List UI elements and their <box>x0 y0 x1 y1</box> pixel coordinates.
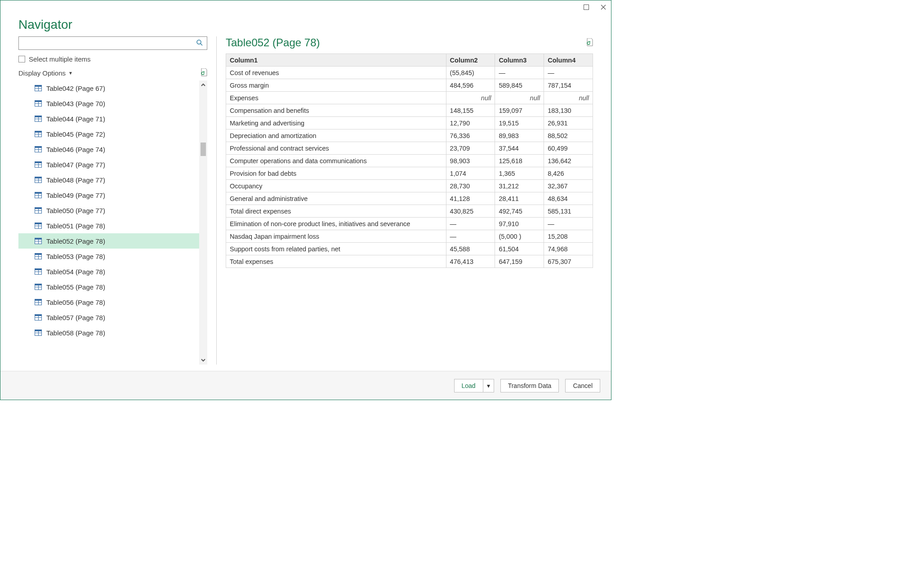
table-row[interactable]: General and administrative41,12828,41148… <box>226 192 593 205</box>
table-cell[interactable]: — <box>446 218 495 230</box>
scroll-down-button[interactable] <box>199 356 207 365</box>
tree-item[interactable]: Table042 (Page 67) <box>18 80 199 96</box>
table-cell[interactable]: — <box>544 67 593 79</box>
tree-item[interactable]: Table046 (Page 74) <box>18 142 199 157</box>
load-dropdown-button[interactable]: ▾ <box>483 379 494 392</box>
table-row[interactable]: Total expenses476,413647,159675,307 <box>226 255 593 268</box>
tree-item[interactable]: Table058 (Page 78) <box>18 325 199 340</box>
table-cell[interactable]: 1,365 <box>495 167 544 180</box>
table-cell[interactable]: 60,499 <box>544 142 593 155</box>
table-cell[interactable]: 492,745 <box>495 205 544 218</box>
table-cell[interactable]: 484,596 <box>446 79 495 92</box>
scroll-thumb[interactable] <box>201 143 206 156</box>
table-cell[interactable]: 148,155 <box>446 104 495 117</box>
tree-item[interactable]: Table050 (Page 77) <box>18 203 199 218</box>
column-header[interactable]: Column3 <box>495 54 544 67</box>
scroll-track[interactable] <box>199 89 207 356</box>
table-cell[interactable]: Cost of revenues <box>226 67 446 79</box>
table-cell[interactable]: 19,515 <box>495 117 544 129</box>
table-cell[interactable]: Depreciation and amortization <box>226 129 446 142</box>
table-cell[interactable]: Provision for bad debts <box>226 167 446 180</box>
table-row[interactable]: Expensesnullnullnull <box>226 92 593 104</box>
table-cell[interactable]: null <box>495 92 544 104</box>
table-row[interactable]: Compensation and benefits148,155159,0971… <box>226 104 593 117</box>
tree-item[interactable]: Table045 (Page 72) <box>18 126 199 142</box>
tree-item[interactable]: Table043 (Page 70) <box>18 96 199 111</box>
table-cell[interactable]: 61,504 <box>495 243 544 255</box>
table-row[interactable]: Occupancy28,73031,21232,367 <box>226 180 593 192</box>
table-cell[interactable]: 23,709 <box>446 142 495 155</box>
table-cell[interactable]: 28,411 <box>495 192 544 205</box>
table-row[interactable]: Elimination of non-core product lines, i… <box>226 218 593 230</box>
table-cell[interactable]: 97,910 <box>495 218 544 230</box>
table-cell[interactable]: Compensation and benefits <box>226 104 446 117</box>
table-row[interactable]: Depreciation and amortization76,33689,98… <box>226 129 593 142</box>
preview-refresh-button[interactable] <box>586 38 593 48</box>
scroll-up-button[interactable] <box>199 80 207 89</box>
search-input[interactable] <box>19 38 192 49</box>
tree-item[interactable]: Table052 (Page 78) <box>18 233 199 249</box>
table-cell[interactable]: Total direct expenses <box>226 205 446 218</box>
table-row[interactable]: Provision for bad debts1,0741,3658,426 <box>226 167 593 180</box>
search-icon[interactable] <box>192 39 207 48</box>
table-cell[interactable]: 88,502 <box>544 129 593 142</box>
close-button[interactable] <box>599 3 607 11</box>
table-cell[interactable]: Elimination of non-core product lines, i… <box>226 218 446 230</box>
table-row[interactable]: Professional and contract services23,709… <box>226 142 593 155</box>
table-cell[interactable]: 45,588 <box>446 243 495 255</box>
column-header[interactable]: Column4 <box>544 54 593 67</box>
transform-data-button[interactable]: Transform Data <box>500 379 559 392</box>
tree-item[interactable]: Table051 (Page 78) <box>18 218 199 233</box>
table-cell[interactable]: 41,128 <box>446 192 495 205</box>
table-cell[interactable]: Computer operations and data communicati… <box>226 155 446 167</box>
select-multiple-row[interactable]: Select multiple items <box>18 55 207 63</box>
table-cell[interactable]: 26,931 <box>544 117 593 129</box>
tree-item[interactable]: Table048 (Page 77) <box>18 172 199 187</box>
table-row[interactable]: Total direct expenses430,825492,745585,1… <box>226 205 593 218</box>
tree-item[interactable]: Table049 (Page 77) <box>18 187 199 203</box>
search-box[interactable] <box>18 36 207 50</box>
table-cell[interactable]: Total expenses <box>226 255 446 268</box>
table-cell[interactable]: Support costs from related parties, net <box>226 243 446 255</box>
table-cell[interactable]: 430,825 <box>446 205 495 218</box>
table-cell[interactable]: 31,212 <box>495 180 544 192</box>
table-cell[interactable]: 1,074 <box>446 167 495 180</box>
table-cell[interactable]: null <box>544 92 593 104</box>
table-cell[interactable]: null <box>446 92 495 104</box>
table-row[interactable]: Marketing and advertising12,79019,51526,… <box>226 117 593 129</box>
table-cell[interactable]: 647,159 <box>495 255 544 268</box>
table-cell[interactable]: — <box>544 218 593 230</box>
column-header[interactable]: Column2 <box>446 54 495 67</box>
table-cell[interactable]: 585,131 <box>544 205 593 218</box>
maximize-button[interactable] <box>582 3 590 11</box>
tree-item[interactable]: Table054 (Page 78) <box>18 264 199 279</box>
table-cell[interactable]: Occupancy <box>226 180 446 192</box>
display-options-button[interactable]: Display Options ▼ <box>18 69 73 77</box>
table-cell[interactable]: Professional and contract services <box>226 142 446 155</box>
table-cell[interactable]: 136,642 <box>544 155 593 167</box>
table-row[interactable]: Computer operations and data communicati… <box>226 155 593 167</box>
table-cell[interactable]: 675,307 <box>544 255 593 268</box>
table-cell[interactable]: 28,730 <box>446 180 495 192</box>
table-cell[interactable]: 787,154 <box>544 79 593 92</box>
column-header[interactable]: Column1 <box>226 54 446 67</box>
table-cell[interactable]: 476,413 <box>446 255 495 268</box>
table-row[interactable]: Nasdaq Japan impairment loss—(5,000 )15,… <box>226 230 593 243</box>
table-cell[interactable]: 15,208 <box>544 230 593 243</box>
select-multiple-checkbox[interactable] <box>18 56 25 62</box>
table-cell[interactable]: General and administrative <box>226 192 446 205</box>
tree-item[interactable]: Table047 (Page 77) <box>18 157 199 172</box>
table-cell[interactable]: 159,097 <box>495 104 544 117</box>
table-cell[interactable]: 76,336 <box>446 129 495 142</box>
table-cell[interactable]: Marketing and advertising <box>226 117 446 129</box>
table-cell[interactable]: Expenses <box>226 92 446 104</box>
table-cell[interactable]: 74,968 <box>544 243 593 255</box>
table-cell[interactable]: 37,544 <box>495 142 544 155</box>
table-cell[interactable]: — <box>446 230 495 243</box>
tree-item[interactable]: Table056 (Page 78) <box>18 294 199 310</box>
refresh-button[interactable] <box>200 68 207 78</box>
tree-item[interactable]: Table055 (Page 78) <box>18 279 199 294</box>
load-button[interactable]: Load <box>454 379 483 392</box>
table-row[interactable]: Support costs from related parties, net4… <box>226 243 593 255</box>
table-cell[interactable]: (5,000 ) <box>495 230 544 243</box>
